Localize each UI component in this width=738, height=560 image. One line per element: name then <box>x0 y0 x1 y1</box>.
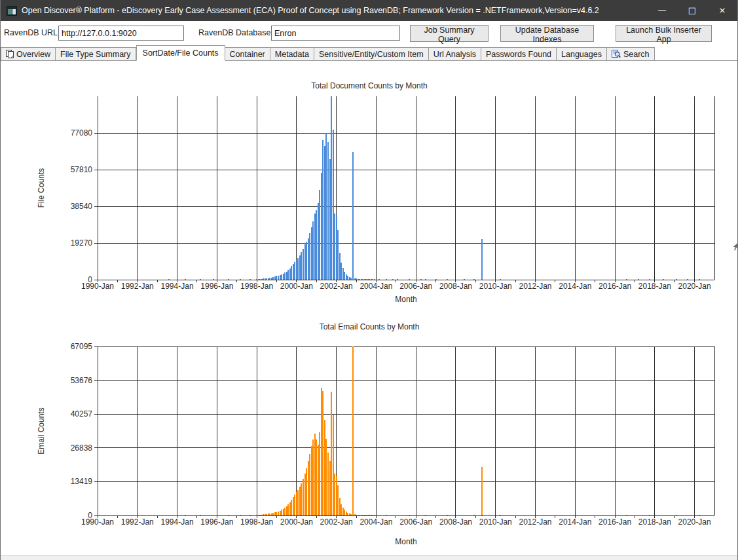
svg-text:Month: Month <box>395 537 416 546</box>
bars <box>168 96 700 280</box>
ravendb-database-label: RavenDB Database: <box>198 28 273 37</box>
svg-text:2012-Jan: 2012-Jan <box>519 517 551 527</box>
svg-text:2002-Jan: 2002-Jan <box>320 282 353 291</box>
tab-label: Passwords Found <box>486 50 551 59</box>
svg-text:2018-Jan: 2018-Jan <box>638 282 671 291</box>
svg-text:Email Counts: Email Counts <box>37 407 46 454</box>
tab-strip: Overview File Type Summary SortDate/File… <box>1 45 737 61</box>
tab-label: Metadata <box>275 50 309 59</box>
svg-text:Total Email Counts by Month: Total Email Counts by Month <box>320 322 420 331</box>
svg-text:2008-Jan: 2008-Jan <box>439 282 472 291</box>
tab-sortdate-file-counts[interactable]: SortDate/File Counts <box>136 45 225 61</box>
tab-metadata[interactable]: Metadata <box>270 47 314 61</box>
tab-label: Languages <box>561 50 602 59</box>
app-icon <box>7 6 17 16</box>
tab-passwords-found[interactable]: Passwords Found <box>481 47 557 61</box>
minimize-button[interactable]: — <box>647 0 677 21</box>
tab-languages[interactable]: Languages <box>557 47 607 61</box>
svg-text:67095: 67095 <box>71 342 93 351</box>
tab-label: File Type Summary <box>60 50 130 59</box>
svg-text:2014-Jan: 2014-Jan <box>559 517 591 527</box>
ravendb-database-input[interactable] <box>271 26 400 41</box>
svg-text:2012-Jan: 2012-Jan <box>519 282 551 291</box>
svg-text:File Counts: File Counts <box>37 168 46 208</box>
svg-text:2006-Jan: 2006-Jan <box>399 282 432 291</box>
bars <box>185 346 700 515</box>
tab-label: Container <box>230 50 265 59</box>
maximize-button[interactable]: □ <box>677 0 707 21</box>
tab-label: Overview <box>16 50 50 59</box>
svg-text:1998-Jan: 1998-Jan <box>240 517 273 527</box>
svg-text:1992-Jan: 1992-Jan <box>121 282 154 291</box>
tab-overview[interactable]: Overview <box>1 47 56 61</box>
svg-text:2004-Jan: 2004-Jan <box>360 282 392 291</box>
titlebar: Open Discover® Platform - eDiscovery Ear… <box>1 0 737 21</box>
svg-text:2020-Jan: 2020-Jan <box>678 282 711 291</box>
svg-text:40257: 40257 <box>71 409 93 419</box>
window-controls: — □ × <box>647 0 737 21</box>
tab-sensitive-entity-custom-item[interactable]: Sensitive/Entity/Custom Item <box>314 47 429 61</box>
tab-container[interactable]: Container <box>225 47 270 61</box>
svg-text:26838: 26838 <box>71 443 93 453</box>
tab-file-type-summary[interactable]: File Type Summary <box>56 47 136 61</box>
svg-text:2010-Jan: 2010-Jan <box>479 517 512 527</box>
svg-text:1998-Jan: 1998-Jan <box>240 282 273 291</box>
app-window: Open Discover® Platform - eDiscovery Ear… <box>0 0 738 560</box>
svg-text:1990-Jan: 1990-Jan <box>81 517 114 527</box>
document-counts-chart: Total Document Counts by Month0192703854… <box>1 65 738 309</box>
svg-text:38540: 38540 <box>71 202 93 211</box>
ravendb-url-input[interactable] <box>58 26 184 41</box>
svg-text:2016-Jan: 2016-Jan <box>599 282 631 291</box>
mouse-cursor <box>732 243 738 251</box>
tab-search[interactable]: Search <box>607 47 655 61</box>
svg-text:Total Document Counts by Month: Total Document Counts by Month <box>311 81 427 90</box>
svg-text:Month: Month <box>395 295 416 304</box>
tab-label: Search <box>623 50 650 59</box>
update-database-indexes-button[interactable]: Update Database Indexes <box>500 25 594 42</box>
svg-text:77080: 77080 <box>71 128 93 138</box>
ravendb-url-label: RavenDB URL: <box>4 28 60 37</box>
svg-text:2014-Jan: 2014-Jan <box>559 282 591 291</box>
svg-text:2020-Jan: 2020-Jan <box>678 517 711 527</box>
tab-label: Url Analysis <box>434 50 476 59</box>
svg-text:1994-Jan: 1994-Jan <box>161 517 194 527</box>
close-button[interactable]: × <box>707 0 737 21</box>
svg-text:2000-Jan: 2000-Jan <box>280 282 313 291</box>
svg-text:2006-Jan: 2006-Jan <box>399 517 432 527</box>
svg-text:1990-Jan: 1990-Jan <box>81 282 114 291</box>
window-title: Open Discover® Platform - eDiscovery Ear… <box>22 6 599 15</box>
svg-text:1996-Jan: 1996-Jan <box>200 517 233 527</box>
svg-text:13419: 13419 <box>71 477 93 486</box>
svg-text:2008-Jan: 2008-Jan <box>439 517 472 527</box>
svg-text:2016-Jan: 2016-Jan <box>599 517 631 527</box>
tab-label: SortDate/File Counts <box>143 48 219 58</box>
svg-text:19270: 19270 <box>71 238 93 248</box>
job-summary-query-button[interactable]: Job Summary Query <box>410 25 489 42</box>
svg-text:1996-Jan: 1996-Jan <box>200 282 233 291</box>
svg-text:2018-Jan: 2018-Jan <box>638 517 671 527</box>
svg-text:57810: 57810 <box>71 165 93 174</box>
svg-text:2004-Jan: 2004-Jan <box>360 517 392 527</box>
launch-bulk-inserter-app-button[interactable]: Launch Bulk Inserter App <box>616 25 712 42</box>
svg-text:2002-Jan: 2002-Jan <box>320 517 353 527</box>
tab-url-analysis[interactable]: Url Analysis <box>429 47 481 61</box>
bottom-strip <box>1 555 737 560</box>
svg-text:2000-Jan: 2000-Jan <box>280 517 313 527</box>
email-counts-chart: Total Email Counts by Month0134192683840… <box>1 314 738 558</box>
copy-page-icon <box>6 50 14 58</box>
svg-text:53676: 53676 <box>71 376 93 385</box>
toolbar: RavenDB URL: RavenDB Database: Job Summa… <box>1 21 737 45</box>
svg-text:2010-Jan: 2010-Jan <box>479 282 512 291</box>
tab-label: Sensitive/Entity/Custom Item <box>319 50 424 59</box>
search-icon <box>612 50 621 58</box>
svg-text:1994-Jan: 1994-Jan <box>161 282 194 291</box>
svg-text:1992-Jan: 1992-Jan <box>121 517 154 527</box>
